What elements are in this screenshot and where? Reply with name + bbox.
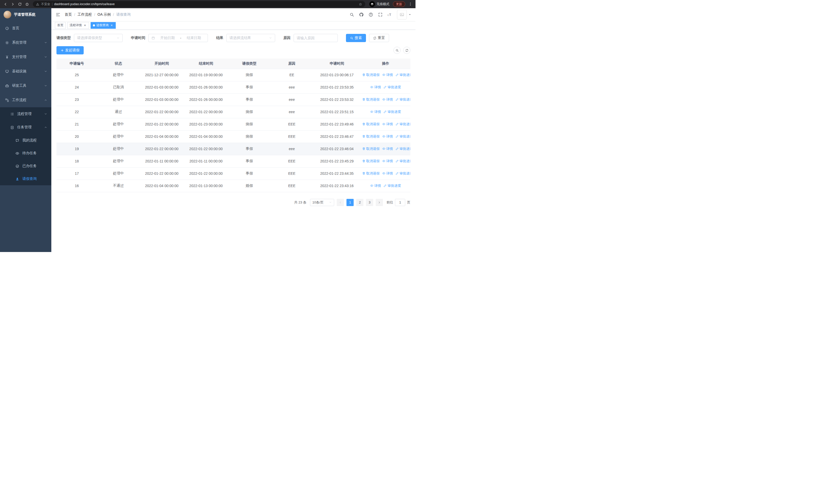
font-size-button[interactable] bbox=[388, 12, 392, 17]
user-menu[interactable] bbox=[397, 10, 411, 20]
sidebar-item-leave-query[interactable]: 请假查询 bbox=[0, 173, 51, 185]
browser-menu-button[interactable] bbox=[407, 1, 413, 7]
op-progress-link[interactable]: 审批进度 bbox=[396, 97, 410, 102]
op-cancel-link[interactable]: 取消请假 bbox=[362, 171, 379, 176]
op-progress-link[interactable]: 审批进度 bbox=[396, 72, 410, 77]
op-detail-link[interactable]: 详情 bbox=[382, 122, 393, 126]
browser-back-button[interactable] bbox=[2, 1, 9, 7]
sidebar-item-devtools[interactable]: 研发工具 bbox=[0, 79, 51, 93]
page-button-2[interactable]: 2 bbox=[356, 199, 364, 206]
op-cancel-link[interactable]: 取消请假 bbox=[362, 134, 379, 139]
op-label: 审批进度 bbox=[388, 183, 401, 188]
bookmark-star-icon[interactable] bbox=[359, 3, 362, 6]
reason-field bbox=[294, 34, 338, 42]
sidebar-item-process-management[interactable]: 流程管理 bbox=[0, 107, 51, 121]
tab-process-detail[interactable]: 流程详情× bbox=[67, 22, 89, 29]
sidebar-item-system-management[interactable]: 系统管理 bbox=[0, 35, 51, 50]
sidebar-item-my-process[interactable]: 我的流程 bbox=[0, 134, 51, 147]
op-detail-link[interactable]: 详情 bbox=[382, 134, 393, 139]
result-select[interactable]: 请选择流结果 bbox=[226, 34, 275, 42]
logo[interactable]: 芋道管理系统 bbox=[0, 8, 51, 21]
browser-forward-button[interactable] bbox=[9, 1, 16, 7]
settings-icon bbox=[5, 41, 9, 45]
page-button-3[interactable]: 3 bbox=[366, 199, 373, 206]
close-tab-icon[interactable]: × bbox=[110, 24, 113, 27]
todo-task-icon bbox=[16, 151, 19, 155]
browser-home-button[interactable] bbox=[24, 1, 30, 7]
fullscreen-button[interactable] bbox=[378, 12, 383, 17]
op-detail-link[interactable]: 详情 bbox=[382, 72, 393, 77]
op-detail-link[interactable]: 详情 bbox=[370, 183, 381, 188]
op-detail-link[interactable]: 详情 bbox=[382, 171, 393, 176]
refresh-table-button[interactable] bbox=[403, 47, 410, 54]
op-label: 审批进度 bbox=[400, 171, 410, 176]
op-detail-link[interactable]: 详情 bbox=[370, 110, 381, 114]
search-button[interactable]: 搜索 bbox=[346, 34, 366, 42]
help-button[interactable] bbox=[369, 12, 373, 17]
breadcrumb-item[interactable]: OA 示例 bbox=[97, 12, 111, 17]
sidebar-item-payment-management[interactable]: 支付管理 bbox=[0, 50, 51, 64]
header-search-button[interactable] bbox=[349, 12, 354, 17]
github-button[interactable] bbox=[359, 12, 364, 17]
tab-leave-query[interactable]: 请假查询× bbox=[91, 22, 116, 29]
column-header: 申请时间 bbox=[313, 59, 361, 69]
reason-input[interactable] bbox=[294, 34, 337, 42]
table-cell: 2022-01-26 00:00:00 bbox=[184, 81, 228, 93]
prev-page-button[interactable] bbox=[337, 199, 344, 206]
page-size-select[interactable]: 10条/页 bbox=[310, 199, 334, 206]
op-progress-link[interactable]: 审批进度 bbox=[396, 159, 410, 164]
breadcrumb: 首页/工作流程/OA 示例/请假查询 bbox=[65, 12, 131, 17]
op-progress-link[interactable]: 审批进度 bbox=[383, 110, 401, 114]
goto-page-input[interactable] bbox=[395, 199, 405, 206]
op-detail-link[interactable]: 详情 bbox=[382, 159, 393, 164]
breadcrumb-item[interactable]: 首页 bbox=[65, 12, 72, 17]
apply-time-range-picker[interactable]: 开始日期 - 结束日期 bbox=[148, 34, 208, 42]
op-cancel-link[interactable]: 取消请假 bbox=[362, 97, 379, 102]
op-progress-link[interactable]: 审批进度 bbox=[396, 171, 410, 176]
browser-reload-button[interactable] bbox=[17, 1, 23, 7]
hamburger-button[interactable] bbox=[55, 12, 61, 17]
progress-icon bbox=[396, 135, 399, 138]
leave-type-select[interactable]: 请选择请假类型 bbox=[74, 34, 123, 42]
table-cell: 事假 bbox=[228, 155, 270, 167]
op-progress-link[interactable]: 审批进度 bbox=[396, 147, 410, 151]
op-detail-link[interactable]: 详情 bbox=[382, 147, 393, 151]
table-cell: 2022-01-22 23:45:29 bbox=[313, 155, 361, 167]
table-cell: 25 bbox=[56, 69, 97, 81]
op-progress-link[interactable]: 审批进度 bbox=[383, 183, 401, 188]
op-cancel-link[interactable]: 取消请假 bbox=[362, 72, 379, 77]
op-detail-link[interactable]: 详情 bbox=[370, 85, 381, 90]
toggle-search-button[interactable] bbox=[394, 47, 401, 54]
sidebar-item-workflow[interactable]: 工作流程 bbox=[0, 93, 51, 107]
sidebar-item-label: 研发工具 bbox=[12, 83, 26, 88]
op-progress-link[interactable]: 审批进度 bbox=[396, 122, 410, 126]
op-progress-link[interactable]: 审批进度 bbox=[383, 85, 401, 90]
op-cancel-link[interactable]: 取消请假 bbox=[362, 122, 379, 126]
tab-home[interactable]: 首页 bbox=[55, 22, 66, 29]
op-detail-link[interactable]: 详情 bbox=[382, 97, 393, 102]
op-cancel-link[interactable]: 取消请假 bbox=[362, 147, 379, 151]
address-bar[interactable]: 不安全 dashboard.yudao.iocoder.cn/bpm/oa/le… bbox=[33, 1, 365, 7]
sidebar-item-done-tasks[interactable]: 已办任务 bbox=[0, 159, 51, 173]
breadcrumb-item[interactable]: 工作流程 bbox=[78, 12, 92, 17]
reset-button[interactable]: 重置 bbox=[369, 34, 389, 42]
op-progress-link[interactable]: 审批进度 bbox=[396, 134, 410, 139]
create-leave-button[interactable]: 发起请假 bbox=[56, 46, 84, 54]
sidebar-item-infrastructure[interactable]: 基础设施 bbox=[0, 64, 51, 79]
page-button-1[interactable]: 1 bbox=[346, 199, 354, 206]
close-tab-icon[interactable]: × bbox=[83, 24, 87, 27]
detail-icon bbox=[382, 98, 385, 101]
detail-icon bbox=[382, 159, 385, 163]
sidebar-item-task-management[interactable]: 任务管理 bbox=[0, 121, 51, 134]
operations-cell: 取消请假详情审批进度 bbox=[361, 93, 410, 106]
address-separator bbox=[52, 3, 52, 6]
op-cancel-link[interactable]: 取消请假 bbox=[362, 159, 379, 164]
progress-icon bbox=[396, 159, 399, 163]
action-row: 发起请假 bbox=[56, 46, 410, 54]
sidebar-item-home[interactable]: 首页 bbox=[0, 21, 51, 35]
next-page-button[interactable] bbox=[376, 199, 383, 206]
browser-update-button[interactable]: 更新 bbox=[393, 1, 405, 7]
sidebar-item-todo-tasks[interactable]: 待办任务 bbox=[0, 147, 51, 159]
operations-cell: 取消请假详情审批进度 bbox=[361, 69, 410, 81]
operations-cell: 详情审批进度 bbox=[361, 81, 410, 93]
